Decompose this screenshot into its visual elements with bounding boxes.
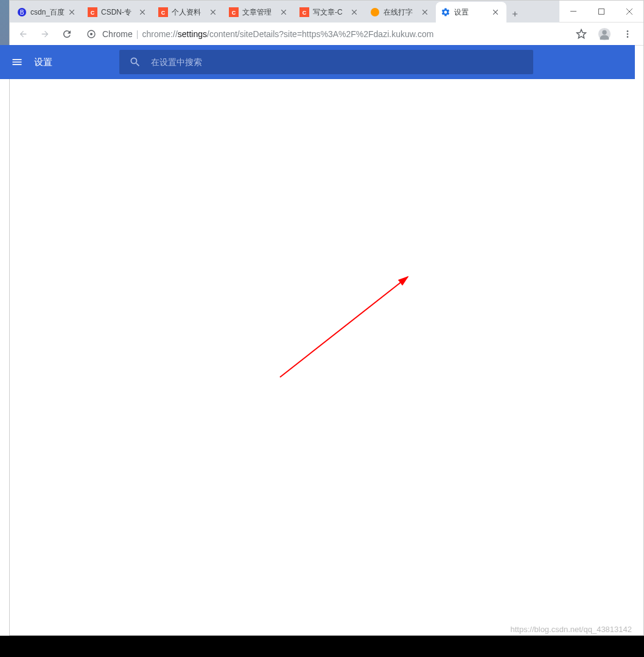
settings-search[interactable] bbox=[119, 50, 533, 74]
svg-point-14 bbox=[90, 33, 93, 35]
menu-button[interactable] bbox=[619, 26, 636, 43]
tabs-bar: Bcsdn_百度CCSDN-专C个人资料C文章管理C写文章-C在线打字设置 bbox=[10, 1, 559, 23]
tab-2[interactable]: C个人资料 bbox=[153, 2, 224, 23]
svg-point-17 bbox=[627, 30, 629, 32]
close-button[interactable] bbox=[615, 2, 643, 21]
bookmark-button[interactable] bbox=[573, 26, 590, 43]
svg-text:C: C bbox=[161, 10, 166, 16]
url-app-label: Chrome bbox=[102, 29, 133, 39]
tab-favicon: B bbox=[17, 7, 27, 17]
svg-rect-11 bbox=[570, 11, 576, 12]
tab-6[interactable]: 设置 bbox=[436, 2, 506, 23]
svg-text:C: C bbox=[303, 10, 307, 16]
tab-favicon bbox=[441, 7, 450, 17]
tab-1[interactable]: CCSDN-专 bbox=[83, 2, 153, 23]
address-bar[interactable]: Chrome | chrome://settings/content/siteD… bbox=[80, 26, 568, 43]
tab-close-icon[interactable] bbox=[281, 8, 290, 16]
tab-title: CSDN-专 bbox=[101, 7, 138, 18]
tab-favicon bbox=[370, 7, 380, 17]
tab-favicon: C bbox=[88, 7, 97, 17]
tab-0[interactable]: Bcsdn_百度 bbox=[12, 2, 83, 23]
tab-title: csdn_百度 bbox=[30, 7, 67, 18]
settings-header: 设置 bbox=[0, 45, 635, 79]
hamburger-menu[interactable] bbox=[0, 56, 34, 68]
tab-title: 文章管理 bbox=[242, 7, 279, 18]
browser-toolbar: Chrome | chrome://settings/content/siteD… bbox=[10, 23, 643, 46]
tab-close-icon[interactable] bbox=[211, 8, 219, 16]
tab-3[interactable]: C文章管理 bbox=[224, 2, 295, 23]
svg-point-10 bbox=[371, 8, 379, 16]
tab-favicon: C bbox=[158, 7, 168, 17]
tab-title: 在线打字 bbox=[383, 7, 420, 18]
bottom-bar bbox=[0, 636, 644, 657]
tab-close-icon[interactable] bbox=[493, 8, 502, 16]
browser-window: Bcsdn_百度CCSDN-专C个人资料C文章管理C写文章-C在线打字设置 Ch… bbox=[9, 0, 644, 636]
tab-title: 写文章-C bbox=[313, 7, 349, 18]
tab-close-icon[interactable] bbox=[422, 8, 431, 16]
tab-favicon: C bbox=[229, 7, 239, 17]
tab-title: 设置 bbox=[454, 7, 491, 18]
tab-close-icon[interactable] bbox=[140, 8, 149, 16]
tab-4[interactable]: C写文章-C bbox=[295, 2, 365, 23]
svg-point-19 bbox=[627, 36, 629, 38]
url-text: chrome://settings/content/siteDetails?si… bbox=[142, 29, 433, 39]
settings-title: 设置 bbox=[34, 57, 52, 68]
minimize-button[interactable] bbox=[559, 2, 587, 21]
new-tab-button[interactable] bbox=[506, 5, 523, 23]
reload-button[interactable] bbox=[58, 26, 75, 43]
search-input[interactable] bbox=[151, 57, 523, 67]
svg-point-18 bbox=[627, 33, 629, 35]
back-button[interactable] bbox=[15, 26, 32, 43]
forward-button[interactable] bbox=[37, 26, 54, 43]
maximize-button[interactable] bbox=[587, 2, 615, 21]
tab-5[interactable]: 在线打字 bbox=[365, 2, 436, 23]
svg-text:C: C bbox=[91, 10, 95, 16]
tab-close-icon[interactable] bbox=[352, 8, 360, 16]
profile-button[interactable] bbox=[596, 26, 613, 43]
svg-text:B: B bbox=[20, 9, 24, 16]
tab-favicon: C bbox=[299, 7, 309, 17]
search-icon bbox=[129, 56, 141, 68]
tab-title: 个人资料 bbox=[172, 7, 208, 18]
svg-point-16 bbox=[602, 30, 606, 34]
svg-rect-12 bbox=[599, 9, 604, 14]
watermark: https://blog.csdn.net/qq_43813142 bbox=[511, 625, 632, 634]
svg-text:C: C bbox=[232, 10, 236, 16]
tab-close-icon[interactable] bbox=[69, 8, 78, 16]
